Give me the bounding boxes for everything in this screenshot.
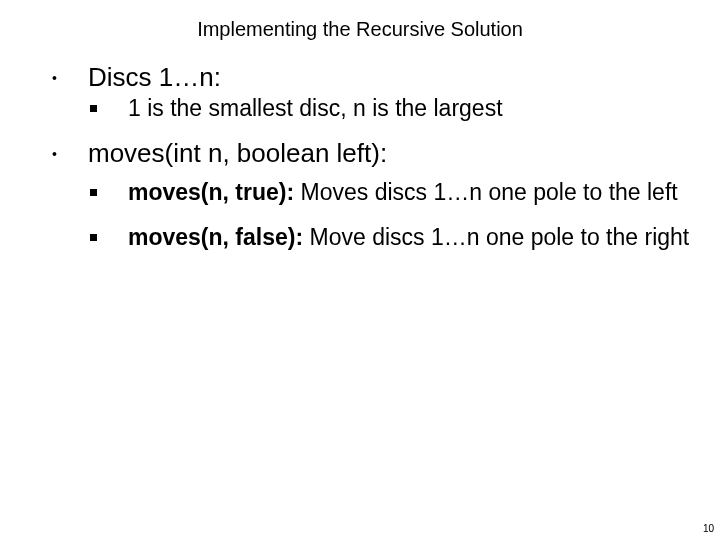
bullet-text: moves(int n, boolean left): xyxy=(88,139,387,169)
bold-prefix: moves(n, true): xyxy=(128,179,294,205)
bullet-square-icon xyxy=(88,95,128,112)
bullet-dot-icon: • xyxy=(48,63,88,93)
bullet-level2: 1 is the smallest disc, n is the largest xyxy=(48,95,692,121)
bullet-text: Discs 1…n: xyxy=(88,63,221,93)
slide-content: • Discs 1…n: 1 is the smallest disc, n i… xyxy=(28,63,692,250)
bold-prefix: moves(n, false): xyxy=(128,224,303,250)
text-rest: Move discs 1…n one pole to the right xyxy=(303,224,689,250)
bullet-dot-icon: • xyxy=(48,139,88,169)
bullet-text: 1 is the smallest disc, n is the largest xyxy=(128,95,503,121)
bullet-level1: • Discs 1…n: xyxy=(48,63,692,93)
bullet-level2: moves(n, true): Moves discs 1…n one pole… xyxy=(48,179,692,205)
bullet-square-icon xyxy=(88,179,128,196)
slide: Implementing the Recursive Solution • Di… xyxy=(0,0,720,540)
bullet-text: moves(n, true): Moves discs 1…n one pole… xyxy=(128,179,678,205)
bullet-level2: moves(n, false): Move discs 1…n one pole… xyxy=(48,224,692,250)
bullet-square-icon xyxy=(88,224,128,241)
page-number: 10 xyxy=(703,523,714,534)
bullet-text: moves(n, false): Move discs 1…n one pole… xyxy=(128,224,689,250)
text-rest: Moves discs 1…n one pole to the left xyxy=(294,179,678,205)
slide-title: Implementing the Recursive Solution xyxy=(28,18,692,41)
bullet-level1: • moves(int n, boolean left): xyxy=(48,139,692,169)
